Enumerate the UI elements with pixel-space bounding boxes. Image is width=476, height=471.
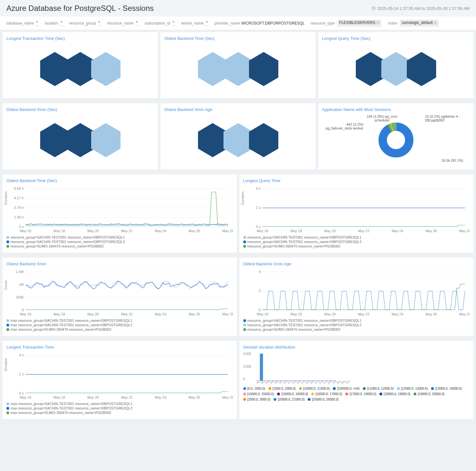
svg-text:May 20: May 20 — [324, 229, 335, 233]
svg-text:4 s: 4 s — [19, 353, 24, 357]
svg-marker-3 — [91, 52, 121, 86]
svg-text:2: 2 — [259, 289, 260, 293]
line-chart: 024May 16May 18May 20May 22May 24May 26M… — [243, 269, 470, 317]
donut-chart: 442 (2.2%)pg_failover_slots worker 194 (… — [322, 114, 470, 166]
svg-text:May 16: May 16 — [20, 395, 31, 399]
row-charts-2: Oldest Backend Xmin Count0500k1M1.5MMay … — [0, 255, 476, 338]
line-chart: Duration0 s1.39 h2.78 h4.17 h5.56 hMay 1… — [6, 186, 233, 233]
svg-text:May 26: May 26 — [425, 229, 437, 233]
svg-text:1M: 1M — [19, 283, 24, 286]
svg-text:May 28: May 28 — [459, 229, 470, 233]
svg-text:May 18: May 18 — [290, 229, 302, 233]
svg-text:May 16: May 16 — [20, 312, 31, 316]
panel-oldest-backend-xmin-age-hex[interactable]: Oldest Backend Xmin Age — [160, 103, 316, 169]
svg-text:May 22: May 22 — [358, 229, 369, 233]
legend: resource_group=SACHIN-TEST001 resource_n… — [243, 235, 470, 248]
panel-oldest-backend-xmin-chart[interactable]: Oldest Backend Xmin Count0500k1M1.5MMay … — [3, 258, 237, 336]
panel-app-name-most-sessions[interactable]: Application Name with Most Sessions 442 … — [318, 103, 473, 169]
panel-session-duration-distribution[interactable]: Session duration distribution 4,0002,000… — [239, 341, 474, 419]
page-title: Azure Database for PostgreSQL - Sessions — [6, 4, 154, 13]
svg-text:0 s: 0 s — [19, 225, 24, 229]
panel-oldest-backend-time-chart[interactable]: Oldest Backend Time (Sec) Duration0 s1.3… — [3, 174, 237, 253]
svg-text:May 22: May 22 — [121, 312, 133, 316]
filter-resource-name[interactable]: resource_name* — [107, 20, 139, 26]
svg-text:May 20: May 20 — [87, 312, 99, 316]
donut-label-1: 442 (2.2%)pg_failover_slots worker — [322, 122, 363, 130]
svg-text:May 24: May 24 — [392, 229, 403, 233]
panel-longest-transaction-time-chart[interactable]: Longest Transaction Time Duration0 s2 s4… — [3, 341, 237, 419]
svg-text:500k: 500k — [16, 295, 24, 299]
svg-text:May 22: May 22 — [121, 395, 133, 399]
filter-bar: database_name* location* resource_group*… — [0, 17, 476, 30]
svg-text:May 20: May 20 — [324, 312, 335, 316]
svg-text:May 24: May 24 — [155, 229, 166, 233]
svg-text:May 28: May 28 — [222, 395, 233, 399]
svg-text:2 s: 2 s — [19, 372, 24, 376]
filter-provider-name[interactable]: provider_nameMICROSOFT.DBFORPOSTGRESQL — [215, 21, 305, 26]
svg-text:May 18: May 18 — [54, 229, 65, 233]
line-chart: Duration0 s2 s4 sMay 16May 18May 20May 2… — [243, 186, 470, 233]
svg-text:May 18: May 18 — [290, 312, 302, 316]
close-icon[interactable]: ✕ — [434, 21, 436, 25]
svg-text:2.78 h: 2.78 h — [14, 206, 24, 210]
hex-viz — [322, 43, 470, 94]
panel-oldest-backend-xmin-age-chart[interactable]: Oldest Backend Xmin Age 024May 16May 18M… — [239, 258, 474, 336]
clock-icon — [371, 6, 376, 11]
svg-text:May 26: May 26 — [425, 312, 437, 316]
svg-text:May 26: May 26 — [188, 229, 200, 233]
row-hex-1: Longest Transaction Time (Sec) Oldest Ba… — [0, 30, 476, 101]
panel-oldest-backend-time-sec[interactable]: Oldest Backend Time (Sec) — [160, 32, 316, 98]
svg-text:1.39 h: 1.39 h — [14, 215, 24, 219]
svg-text:0 s: 0 s — [256, 225, 260, 229]
filter-subscription-id[interactable]: subscription_id* — [145, 20, 176, 26]
row-hex-2: Oldest Backend Xmin (Sec) Oldest Backend… — [0, 101, 476, 172]
svg-text:May 22: May 22 — [358, 312, 369, 316]
row-charts-1: Oldest Backend Time (Sec) Duration0 s1.3… — [0, 172, 476, 255]
header: Azure Database for PostgreSQL - Sessions… — [0, 0, 476, 17]
svg-text:May 28: May 28 — [222, 312, 233, 316]
svg-text:May 16: May 16 — [257, 312, 268, 316]
svg-marker-15 — [249, 123, 278, 157]
donut-label-4: 18.3k (92.1%) — [442, 158, 463, 162]
svg-text:May 18: May 18 — [54, 312, 65, 316]
hex-viz — [164, 43, 312, 94]
bar-chart: 4,0002,0000 [60.0, +Inf)[6000.0, 67000.0… — [243, 352, 470, 385]
filter-location[interactable]: location* — [45, 20, 63, 26]
svg-text:4 s: 4 s — [256, 187, 260, 190]
panel-oldest-backend-xmin-sec[interactable]: Oldest Backend Xmin (Sec) — [3, 103, 158, 169]
panel-longest-transaction-time-sec[interactable]: Longest Transaction Time (Sec) — [3, 32, 158, 98]
svg-text:May 20: May 20 — [87, 395, 99, 399]
svg-text:May 28: May 28 — [222, 229, 233, 233]
hex-viz — [6, 43, 154, 94]
svg-text:May 22: May 22 — [121, 229, 133, 233]
svg-text:May 28: May 28 — [459, 312, 470, 316]
panel-longest-query-time-sec[interactable]: Longest Query Time (Sec) — [318, 32, 473, 98]
svg-marker-6 — [249, 52, 278, 86]
panel-longest-query-time-chart[interactable]: Longest Query Time Duration0 s2 s4 sMay … — [239, 174, 474, 253]
svg-text:0 s: 0 s — [19, 391, 24, 395]
hex-viz — [164, 114, 312, 166]
svg-text:May 26: May 26 — [188, 312, 200, 316]
svg-text:May 26: May 26 — [188, 395, 200, 399]
filter-resource-group[interactable]: resource_group* — [69, 20, 101, 26]
legend: max resource_group=SACHIN-TEST001 resour… — [6, 402, 233, 415]
filter-resource-type[interactable]: resource_typeFLEXIBLESERVERS✕ — [311, 20, 382, 26]
legend: resource_group=SACHIN-TEST001 resource_n… — [243, 319, 470, 331]
svg-text:May 18: May 18 — [54, 395, 65, 399]
filter-tenant-name[interactable]: tenant_name* — [181, 20, 209, 26]
filter-index[interactable]: Indexsumologic_default✕ — [388, 20, 440, 26]
donut-svg — [378, 122, 414, 158]
svg-text:5.56 h: 5.56 h — [14, 187, 24, 190]
filter-database-name[interactable]: database_name* — [6, 20, 39, 26]
close-icon[interactable]: ✕ — [377, 21, 379, 25]
svg-text:May 24: May 24 — [155, 312, 166, 316]
time-range[interactable]: 2025-05-14 1:37:55 AM to 2025-05-28 1:37… — [371, 6, 470, 11]
svg-text:May 16: May 16 — [20, 229, 31, 233]
svg-text:1.5M: 1.5M — [16, 270, 24, 274]
svg-text:4.17 h: 4.17 h — [14, 196, 24, 200]
line-chart: Duration0 s2 s4 sMay 16May 18May 20May 2… — [6, 352, 233, 400]
svg-text:2 s: 2 s — [256, 206, 260, 210]
row-charts-3: Longest Transaction Time Duration0 s2 s4… — [0, 338, 476, 422]
svg-text:4: 4 — [259, 270, 260, 274]
svg-marker-12 — [91, 123, 121, 157]
